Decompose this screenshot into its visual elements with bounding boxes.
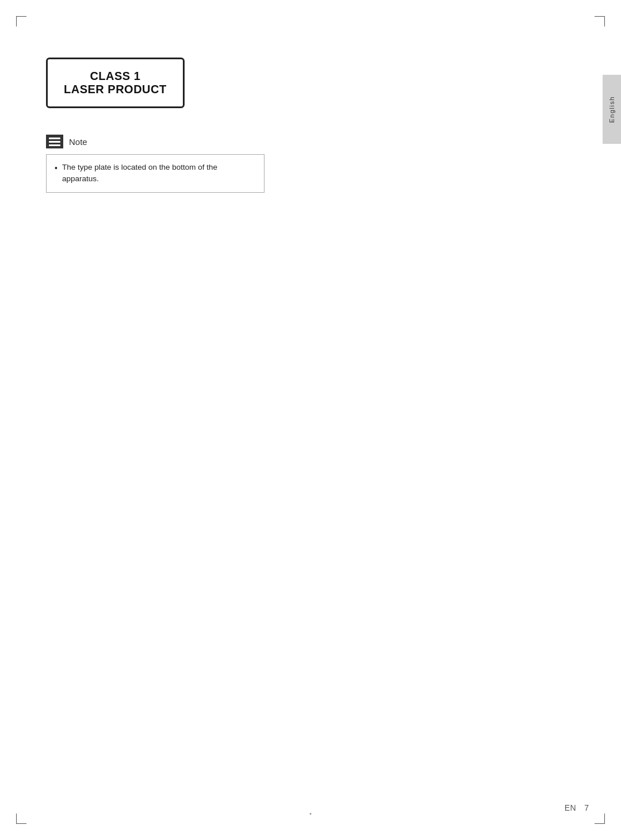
corner-mark-br bbox=[595, 814, 605, 824]
note-icon-line2 bbox=[49, 141, 60, 143]
corner-mark-bl bbox=[16, 814, 26, 824]
sidebar-tab: English bbox=[603, 75, 621, 144]
note-icon-line3 bbox=[49, 144, 60, 146]
note-header: Note bbox=[46, 135, 586, 148]
note-bullet-text: The type plate is located on the bottom … bbox=[62, 162, 256, 185]
note-box: • The type plate is located on the botto… bbox=[46, 154, 264, 193]
footer-language: EN bbox=[565, 803, 576, 812]
note-icon-line1 bbox=[49, 138, 60, 139]
corner-mark-tl bbox=[16, 16, 26, 26]
note-label: Note bbox=[69, 137, 87, 147]
page-footer: EN 7 bbox=[565, 803, 589, 812]
main-content: CLASS 1 LASER PRODUCT Note • The type pl… bbox=[46, 58, 586, 193]
bullet-dot: • bbox=[55, 162, 57, 174]
sidebar-tab-label: English bbox=[608, 96, 615, 123]
bottom-center-dot bbox=[310, 813, 312, 815]
note-section: Note • The type plate is located on the … bbox=[46, 135, 586, 193]
laser-label-line2: LASER PRODUCT bbox=[64, 83, 167, 96]
note-icon bbox=[46, 135, 63, 148]
laser-label-line1: CLASS 1 bbox=[64, 70, 167, 83]
footer-page-number: 7 bbox=[584, 803, 589, 812]
note-bullet-item: • The type plate is located on the botto… bbox=[55, 162, 256, 185]
corner-mark-tr bbox=[595, 16, 605, 26]
laser-product-label-box: CLASS 1 LASER PRODUCT bbox=[46, 58, 185, 108]
